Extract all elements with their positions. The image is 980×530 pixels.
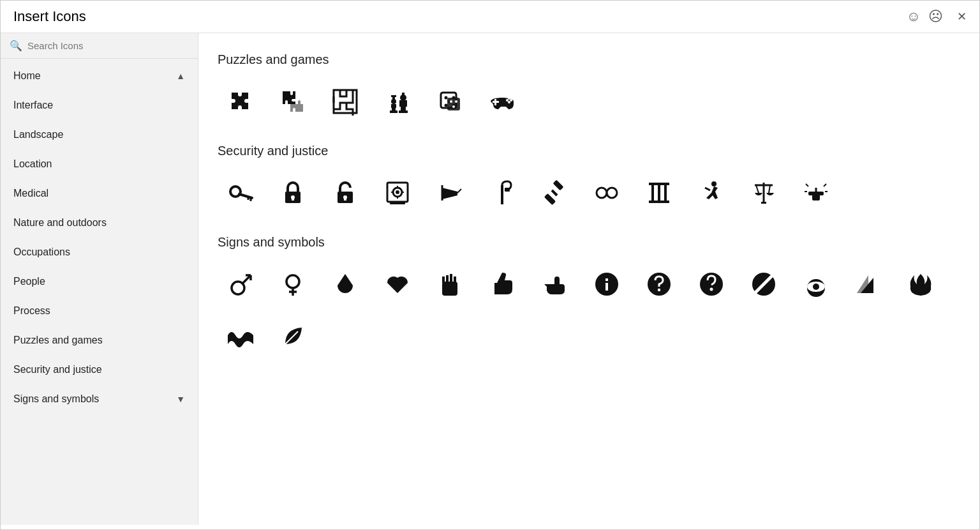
sidebar-item-security[interactable]: Security and justice (1, 355, 198, 384)
svg-point-27 (508, 97, 510, 100)
sidebar-item-label: Home (13, 70, 41, 82)
sidebar-item-nature[interactable]: Nature and outdoors (1, 208, 198, 238)
close-button[interactable]: ✕ (957, 10, 967, 24)
sidebar-item-people[interactable]: People (1, 267, 198, 296)
svg-rect-69 (761, 202, 766, 204)
svg-rect-2 (390, 110, 397, 113)
svg-point-21 (455, 100, 457, 103)
svg-rect-38 (344, 197, 346, 201)
icon-camera-surveillance[interactable] (427, 170, 473, 216)
svg-point-28 (508, 101, 510, 103)
sidebar-item-label: Nature and outdoors (13, 217, 107, 229)
icon-thumbs-up[interactable] (479, 261, 525, 307)
sidebar-item-label: Landscape (13, 129, 63, 140)
chevron-down-icon: ▼ (176, 394, 185, 404)
icon-water-drop[interactable] (322, 261, 368, 307)
svg-point-56 (607, 188, 617, 198)
icon-leaf[interactable] (270, 314, 316, 360)
svg-line-78 (242, 275, 251, 284)
icon-wave[interactable] (218, 314, 264, 360)
icon-stop-hand[interactable] (427, 261, 473, 307)
icon-ban-circle[interactable] (741, 261, 787, 307)
sidebar-item-occupations[interactable]: Occupations (1, 238, 198, 267)
search-box: 🔍 (1, 33, 198, 59)
sidebar-item-landscape[interactable]: Landscape (1, 120, 198, 149)
icon-street-lamp[interactable] (479, 170, 525, 216)
sidebar-item-location[interactable]: Location (1, 149, 198, 179)
svg-point-63 (711, 181, 716, 186)
svg-rect-90 (605, 283, 608, 291)
search-input[interactable] (27, 40, 189, 51)
svg-rect-61 (658, 183, 660, 203)
icon-heart[interactable] (375, 261, 420, 307)
content-area: Puzzles and games (198, 33, 979, 525)
icon-puzzle-piece[interactable] (218, 79, 264, 125)
icon-male[interactable] (218, 261, 264, 307)
icon-padlock-open[interactable] (322, 170, 368, 216)
svg-rect-62 (664, 183, 667, 203)
icon-chess[interactable] (375, 79, 420, 125)
icon-grid-signs (218, 261, 960, 360)
svg-rect-12 (402, 93, 405, 98)
main-layout: 🔍 Home ▲ Interface Landscape Location Me… (1, 33, 979, 525)
section-title-security: Security and justice (218, 144, 960, 158)
section-security: Security and justice (218, 144, 960, 216)
svg-point-25 (506, 99, 509, 102)
section-puzzles: Puzzles and games (218, 52, 960, 125)
sidebar-item-home[interactable]: Home ▲ (1, 61, 198, 91)
svg-rect-46 (390, 202, 405, 204)
icon-prison-bars[interactable] (636, 170, 682, 216)
svg-rect-88 (454, 276, 456, 283)
icon-dice[interactable] (427, 79, 473, 125)
sidebar-item-label: Puzzles and games (13, 335, 103, 346)
icon-flame[interactable] (898, 261, 944, 307)
icon-handcuffs[interactable] (584, 170, 630, 216)
icon-safe[interactable] (375, 170, 420, 216)
icon-mountain[interactable] (845, 261, 891, 307)
icon-padlock-closed[interactable] (270, 170, 316, 216)
svg-rect-71 (808, 192, 824, 195)
icon-female[interactable] (270, 261, 316, 307)
svg-rect-6 (392, 96, 395, 102)
sidebar-item-label: Process (13, 305, 50, 317)
frown-icon[interactable]: ☹ (928, 8, 943, 25)
icon-question-alt[interactable] (688, 261, 734, 307)
icon-gamepad[interactable] (479, 79, 525, 125)
svg-point-16 (445, 104, 448, 107)
svg-line-30 (239, 194, 252, 198)
icon-pointing-finger[interactable] (531, 261, 577, 307)
svg-rect-3 (392, 108, 396, 110)
icon-puzzle-connect[interactable] (270, 79, 316, 125)
svg-point-100 (813, 284, 819, 290)
svg-line-67 (756, 185, 759, 193)
icon-info-circle[interactable] (584, 261, 630, 307)
svg-line-73 (806, 184, 808, 186)
icon-alarm-bell[interactable] (793, 170, 839, 216)
sidebar-item-puzzles[interactable]: Puzzles and games (1, 326, 198, 355)
svg-rect-85 (446, 275, 449, 283)
svg-rect-93 (658, 289, 660, 291)
sidebar-item-interface[interactable]: Interface (1, 91, 198, 120)
svg-marker-47 (442, 188, 457, 199)
icon-scales[interactable] (741, 170, 787, 216)
svg-point-41 (396, 190, 399, 194)
icon-gavel[interactable] (531, 170, 577, 216)
dialog-title: Insert Icons (13, 8, 86, 25)
sidebar-item-signs[interactable]: Signs and symbols ▼ (1, 384, 198, 414)
icon-running-person[interactable] (688, 170, 734, 216)
smile-icon[interactable]: ☺ (907, 8, 921, 25)
svg-rect-4 (391, 104, 396, 108)
svg-line-74 (824, 184, 826, 186)
icon-eye[interactable] (793, 261, 839, 307)
svg-rect-24 (493, 101, 499, 103)
icon-key[interactable] (218, 170, 264, 216)
icon-maze[interactable] (322, 79, 368, 125)
sidebar-item-medical[interactable]: Medical (1, 179, 198, 208)
icon-question-circle[interactable] (636, 261, 682, 307)
sidebar-item-label: Occupations (13, 246, 70, 258)
svg-rect-53 (544, 193, 556, 205)
svg-point-26 (510, 99, 512, 102)
sidebar-item-process[interactable]: Process (1, 296, 198, 326)
section-signs: Signs and symbols (218, 235, 960, 360)
titlebar: Insert Icons ☺ ☹ ✕ (1, 1, 979, 33)
